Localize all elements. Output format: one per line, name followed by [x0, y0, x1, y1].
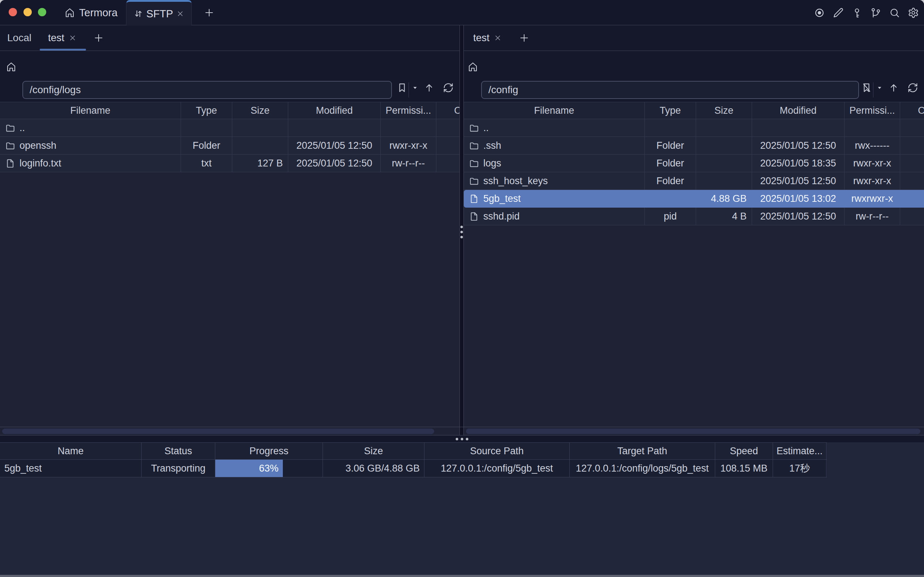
close-icon[interactable] [176, 10, 184, 18]
chevron-down-icon[interactable] [411, 84, 419, 92]
new-tab-button[interactable] [90, 25, 108, 50]
window-minimize-button[interactable] [24, 8, 32, 16]
file-row-openssh[interactable]: opensshFolder2025/01/05 12:50rwxr-xr-x [0, 137, 460, 155]
file-name-cell: .. [0, 119, 181, 137]
edit-icon[interactable] [833, 7, 844, 18]
tab-local[interactable]: Local [7, 25, 31, 50]
file-owner-cell [436, 119, 460, 137]
home-icon[interactable] [468, 61, 478, 72]
record-icon[interactable] [814, 7, 825, 18]
file-name-cell: openssh [0, 137, 181, 154]
pane-splitter[interactable] [460, 25, 464, 435]
column-header-modified[interactable]: Modified [288, 102, 381, 119]
file-row-sshd-pid[interactable]: sshd.pidpid4 B2025/01/05 12:50rw-r--r-- [464, 208, 924, 225]
file-owner-cell [900, 172, 924, 190]
file-icon [469, 193, 479, 204]
column-header-permissi[interactable]: Permissi... [845, 102, 900, 119]
bookmark-icon[interactable] [397, 82, 408, 93]
transfer-column-status[interactable]: Status [142, 443, 215, 459]
file-type-cell [645, 190, 696, 207]
transfer-column-speed[interactable]: Speed [715, 443, 773, 459]
transfer-name-cell: 5gb_test [0, 459, 142, 477]
column-header-filename[interactable]: Filename [464, 102, 645, 119]
left-path-bar [0, 51, 460, 102]
file-size-cell [696, 119, 752, 137]
file-owner-cell [900, 190, 924, 207]
file-row-[interactable]: .. [464, 119, 924, 137]
tab-test-right[interactable]: test [473, 25, 502, 50]
path-input[interactable] [23, 81, 392, 99]
plus-icon [519, 32, 529, 44]
file-row-ssh-host-keys[interactable]: ssh_host_keysFolder2025/01/05 12:50rwxr-… [464, 172, 924, 190]
arrow-up-icon[interactable] [888, 82, 899, 93]
path-input[interactable] [481, 81, 859, 99]
branches-icon[interactable] [870, 7, 881, 18]
transfer-column-size[interactable]: Size [323, 443, 424, 459]
transfer-column-target-path[interactable]: Target Path [570, 443, 715, 459]
file-permissions-cell: rwxr-xr-x [845, 172, 900, 190]
folder-icon [469, 140, 479, 151]
divider [0, 427, 924, 427]
file-name-cell: 5gb_test [464, 190, 645, 207]
window-zoom-button[interactable] [38, 8, 46, 16]
column-header-ow[interactable]: Ow [436, 102, 460, 119]
app-home-button[interactable]: Termora [64, 0, 118, 25]
home-icon[interactable] [6, 61, 17, 72]
chevron-down-icon[interactable] [876, 84, 884, 92]
tab-test-label: test [48, 32, 64, 44]
refresh-icon[interactable] [443, 82, 454, 93]
file-row-logs[interactable]: logsFolder2025/01/05 18:35rwxr-xr-x [464, 155, 924, 172]
close-icon[interactable] [69, 34, 77, 42]
close-icon[interactable] [494, 34, 502, 42]
column-header-type[interactable]: Type [645, 102, 696, 119]
new-window-tab-button[interactable] [197, 0, 221, 25]
column-header-permissi[interactable]: Permissi... [381, 102, 436, 119]
file-size-cell [232, 137, 288, 154]
tab-test-left[interactable]: test [48, 25, 77, 50]
column-header-ow[interactable]: Ow [900, 102, 924, 119]
file-row-[interactable]: .. [0, 119, 460, 137]
file-permissions-cell: rw-r--r-- [381, 155, 436, 172]
right-file-area: FilenameTypeSizeModifiedPermissi...Ow...… [464, 102, 924, 435]
active-tab-indicator [40, 49, 86, 50]
transfer-target-cell: 127.0.0.1:/config/logs/5gb_test [570, 459, 715, 477]
file-permissions-cell: rwxrwxr-x [845, 190, 900, 207]
transfer-row-5gb-test[interactable]: 5gb_testTransporting63%3.06 GB/4.88 GB12… [0, 459, 827, 477]
file-permissions-cell: rw-r--r-- [845, 208, 900, 225]
transfer-column-progress[interactable]: Progress [215, 443, 323, 459]
column-header-size[interactable]: Size [696, 102, 752, 119]
bookmark-slash-icon[interactable] [861, 82, 872, 93]
file-row-5gb-test[interactable]: 5gb_test4.88 GB2025/01/05 13:02rwxrwxr-x [464, 190, 924, 208]
settings-gear-icon[interactable] [908, 7, 919, 18]
new-tab-button[interactable] [515, 25, 533, 50]
left-pane-tabs: Local test [0, 25, 460, 51]
file-row-loginfo-txt[interactable]: loginfo.txttxt127 B2025/01/05 12:50rw-r-… [0, 155, 460, 172]
transfer-column-estimate[interactable]: Estimate... [773, 443, 826, 459]
tab-sftp[interactable]: SFTP [126, 0, 192, 26]
file-permissions-cell [381, 119, 436, 137]
column-header-size[interactable]: Size [232, 102, 288, 119]
column-header-filename[interactable]: Filename [0, 102, 181, 119]
right-pane-tabs: test [464, 25, 924, 51]
file-modified-cell: 2025/01/05 13:02 [752, 190, 845, 207]
transfer-column-name[interactable]: Name [0, 443, 142, 459]
column-header-type[interactable]: Type [181, 102, 232, 119]
transfers-splitter[interactable] [0, 435, 924, 442]
horizontal-scrollbar[interactable] [2, 429, 434, 434]
app-home-label: Termora [79, 7, 118, 19]
file-modified-cell: 2025/01/05 12:50 [288, 137, 381, 154]
transfer-size-cell: 3.06 GB/4.88 GB [323, 459, 424, 477]
file-row-ssh[interactable]: .sshFolder2025/01/05 12:50rwx------ [464, 137, 924, 155]
column-header-modified[interactable]: Modified [752, 102, 845, 119]
horizontal-scrollbar[interactable] [466, 429, 921, 434]
transfer-source-cell: 127.0.0.1:/config/5gb_test [424, 459, 570, 477]
key-icon[interactable] [851, 7, 863, 18]
window-close-button[interactable] [9, 8, 17, 16]
transfer-column-source-path[interactable]: Source Path [424, 443, 570, 459]
divider [408, 82, 409, 97]
file-type-cell [181, 119, 232, 137]
arrow-up-icon[interactable] [424, 82, 435, 93]
refresh-icon[interactable] [907, 82, 918, 93]
search-icon[interactable] [889, 7, 900, 18]
transfer-estimate-cell: 17秒 [773, 459, 826, 477]
